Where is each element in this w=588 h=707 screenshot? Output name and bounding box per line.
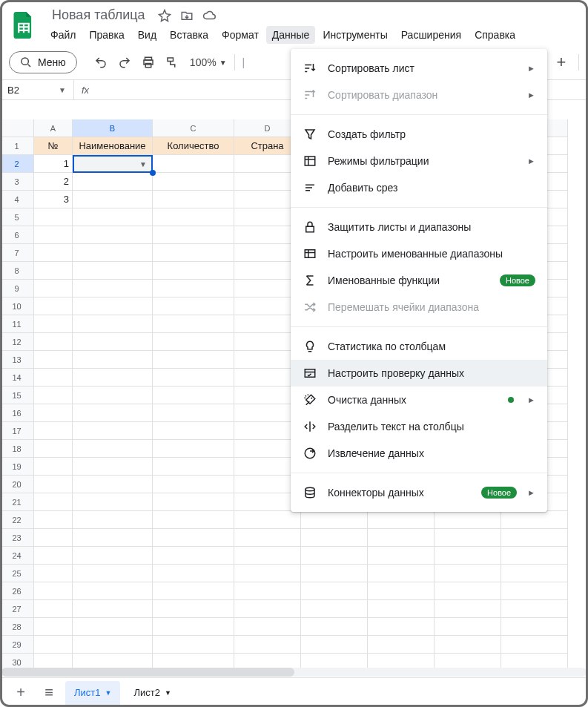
row-header-7[interactable]: 7 bbox=[0, 244, 34, 262]
menu-файл[interactable]: Файл bbox=[44, 26, 82, 44]
cell-B29[interactable] bbox=[73, 636, 153, 654]
cell-C3[interactable] bbox=[153, 173, 234, 191]
cell-E24[interactable] bbox=[301, 547, 368, 565]
cell-E29[interactable] bbox=[301, 636, 368, 654]
cell-A14[interactable] bbox=[34, 369, 73, 387]
cell-C10[interactable] bbox=[153, 297, 234, 315]
row-header-9[interactable]: 9 bbox=[0, 280, 34, 297]
cell-G25[interactable] bbox=[435, 565, 501, 582]
cell-C17[interactable] bbox=[153, 422, 234, 440]
cell-A3[interactable]: 2 bbox=[34, 173, 73, 191]
row-header-13[interactable]: 13 bbox=[0, 351, 34, 369]
menu-справка[interactable]: Справка bbox=[469, 26, 521, 44]
undo-button[interactable] bbox=[90, 52, 111, 73]
cell-C23[interactable] bbox=[153, 529, 234, 547]
cell-C19[interactable] bbox=[153, 458, 234, 476]
cell-A10[interactable] bbox=[34, 297, 73, 315]
name-box[interactable]: B2 ▼ bbox=[0, 80, 74, 99]
scrollbar-thumb[interactable] bbox=[1, 668, 294, 677]
row-header-1[interactable]: 1 bbox=[0, 137, 34, 155]
cell-F29[interactable] bbox=[368, 636, 435, 654]
zoom-select[interactable]: 100% ▼ bbox=[185, 56, 231, 68]
cell-C26[interactable] bbox=[153, 582, 234, 600]
cell-A4[interactable]: 3 bbox=[34, 191, 73, 208]
dropdown-chip[interactable]: ▼ bbox=[74, 157, 151, 171]
cell-B17[interactable] bbox=[73, 422, 153, 440]
cell-B16[interactable] bbox=[73, 404, 153, 422]
star-icon[interactable] bbox=[157, 8, 172, 23]
menu-вставка[interactable]: Вставка bbox=[164, 26, 214, 44]
cell-C6[interactable] bbox=[153, 226, 234, 244]
cell-C1[interactable]: Количество bbox=[153, 137, 234, 155]
cell-C29[interactable] bbox=[153, 636, 234, 654]
row-header-2[interactable]: 2 bbox=[0, 155, 34, 173]
row-header-15[interactable]: 15 bbox=[0, 387, 34, 404]
print-button[interactable] bbox=[138, 52, 159, 73]
menu-item-extract[interactable]: Извлечение данных bbox=[291, 440, 547, 467]
menu-item-cleanup[interactable]: Очистка данных► bbox=[291, 387, 547, 413]
menu-item-filter-views[interactable]: Режимы фильтрации► bbox=[291, 148, 547, 174]
select-all-corner[interactable] bbox=[0, 119, 34, 137]
row-header-5[interactable]: 5 bbox=[0, 208, 34, 226]
cell-A7[interactable] bbox=[34, 244, 73, 262]
cell-B14[interactable] bbox=[73, 369, 153, 387]
cell-B26[interactable] bbox=[73, 582, 153, 600]
col-header-A[interactable]: A bbox=[34, 119, 73, 137]
add-sheet-button[interactable]: + bbox=[9, 681, 33, 705]
cell-D25[interactable] bbox=[234, 565, 301, 582]
cell-E26[interactable] bbox=[301, 582, 368, 600]
row-header-23[interactable]: 23 bbox=[0, 529, 34, 547]
cell-C12[interactable] bbox=[153, 333, 234, 351]
cell-B3[interactable] bbox=[73, 173, 153, 191]
cell-E23[interactable] bbox=[301, 529, 368, 547]
cell-B7[interactable] bbox=[73, 244, 153, 262]
cell-A15[interactable] bbox=[34, 387, 73, 404]
cell-G24[interactable] bbox=[435, 547, 501, 565]
cell-B25[interactable] bbox=[73, 565, 153, 582]
menu-правка[interactable]: Правка bbox=[83, 26, 130, 44]
cell-C8[interactable] bbox=[153, 262, 234, 280]
search-menus-button[interactable]: Меню bbox=[9, 51, 77, 73]
add-button[interactable]: + bbox=[552, 53, 571, 72]
menu-инструменты[interactable]: Инструменты bbox=[317, 26, 393, 44]
cell-A25[interactable] bbox=[34, 565, 73, 582]
menu-расширения[interactable]: Расширения bbox=[395, 26, 467, 44]
cell-B1[interactable]: Наименование bbox=[73, 137, 153, 155]
cell-H29[interactable] bbox=[501, 636, 568, 654]
cell-B19[interactable] bbox=[73, 458, 153, 476]
menu-item-bulb[interactable]: Статистика по столбцам bbox=[291, 333, 547, 360]
cell-D24[interactable] bbox=[234, 547, 301, 565]
menu-item-split[interactable]: Разделить текст на столбцы bbox=[291, 413, 547, 440]
sheets-logo[interactable] bbox=[9, 10, 39, 40]
doc-title[interactable]: Новая таблица bbox=[47, 6, 150, 24]
cell-G22[interactable] bbox=[435, 511, 501, 529]
row-header-18[interactable]: 18 bbox=[0, 440, 34, 458]
cell-B5[interactable] bbox=[73, 208, 153, 226]
paint-format-button[interactable] bbox=[162, 52, 182, 73]
cell-D28[interactable] bbox=[234, 618, 301, 636]
cell-G26[interactable] bbox=[435, 582, 501, 600]
menu-item-db[interactable]: Коннекторы данныхНовое► bbox=[291, 479, 547, 506]
menu-item-validation[interactable]: Настроить проверку данных bbox=[291, 360, 547, 387]
cell-G23[interactable] bbox=[435, 529, 501, 547]
cell-F27[interactable] bbox=[368, 600, 435, 618]
cell-A24[interactable] bbox=[34, 547, 73, 565]
cell-A29[interactable] bbox=[34, 636, 73, 654]
fill-handle[interactable] bbox=[150, 170, 156, 176]
redo-button[interactable] bbox=[114, 52, 135, 73]
row-header-14[interactable]: 14 bbox=[0, 369, 34, 387]
row-header-4[interactable]: 4 bbox=[0, 191, 34, 208]
cell-B24[interactable] bbox=[73, 547, 153, 565]
row-header-11[interactable]: 11 bbox=[0, 315, 34, 333]
cell-B28[interactable] bbox=[73, 618, 153, 636]
cell-C18[interactable] bbox=[153, 440, 234, 458]
cell-A1[interactable]: № bbox=[34, 137, 73, 155]
menu-item-named-range[interactable]: Настроить именованные диапазоны bbox=[291, 240, 547, 267]
row-header-28[interactable]: 28 bbox=[0, 618, 34, 636]
all-sheets-button[interactable]: ≡ bbox=[37, 681, 61, 705]
row-header-22[interactable]: 22 bbox=[0, 511, 34, 529]
cell-C21[interactable] bbox=[153, 493, 234, 511]
cell-C4[interactable] bbox=[153, 191, 234, 208]
cell-C13[interactable] bbox=[153, 351, 234, 369]
cell-B6[interactable] bbox=[73, 226, 153, 244]
